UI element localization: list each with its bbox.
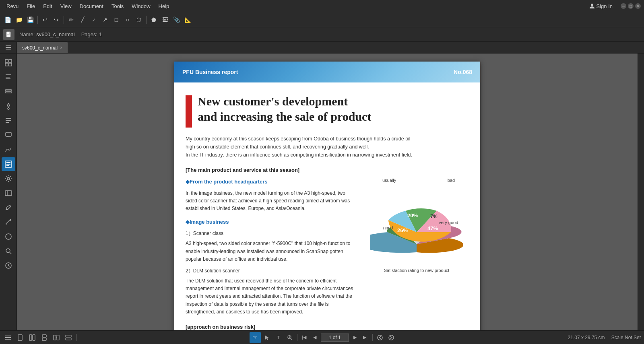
signatures-icon [5,146,12,153]
sidebar-btn-markups[interactable] [2,114,15,128]
sidebar-btn-search[interactable] [2,244,15,258]
minimize-button[interactable]: ─ [621,3,626,9]
select-tool-btn[interactable] [262,333,272,342]
compare-btn[interactable] [52,333,61,342]
label-usually: usually [382,178,396,183]
bookmarks-icon [5,74,12,81]
sub2-item2: 2）DLM solution scanner [186,267,356,275]
svg-rect-8 [9,60,12,62]
rect-tool[interactable]: □ [111,14,122,25]
ellipse-tool[interactable]: ○ [122,14,133,25]
continuous-btn[interactable] [39,333,49,342]
svg-rect-14 [6,90,11,91]
rewind-icon [377,335,383,340]
two-page-btn[interactable] [27,333,37,342]
line-tool[interactable]: ⟋ [89,14,99,25]
menu-window[interactable]: Window [128,2,153,10]
sidebar-btn-shape[interactable] [2,230,15,243]
open-tool[interactable]: 📁 [14,14,24,25]
search-icon [5,247,12,255]
rewind-btn[interactable] [375,333,385,342]
sidebar-btn-bookmarks[interactable] [2,70,15,84]
redo-tool[interactable]: ↪ [51,14,62,25]
svg-rect-19 [6,120,11,121]
sidebar-btn-comments[interactable] [2,128,15,142]
svg-marker-16 [7,103,10,107]
main-toolbar: 📄 📁 💾 ↩ ↪ ✏ ╱ ⟋ ↗ □ ○ ⬡ ⬟ 🖼 📎 📐 [0,12,644,27]
page-header-title: PFU Business report [182,69,238,75]
forward-btn[interactable] [386,333,396,342]
single-page-btn[interactable] [15,333,25,342]
page-navigation: ☞ T |◀ ◀ ▶ ▶| [80,332,566,343]
sidebar-btn-tool9[interactable] [2,186,15,200]
sidebar-btn-signatures[interactable] [2,143,15,157]
document-tab[interactable]: sv600_c_normal × [17,42,68,53]
next-page-btn[interactable]: ▶ [351,333,359,342]
split-icon [65,334,72,341]
svg-rect-40 [18,335,22,340]
tab-area: sv600_c_normal × [0,42,644,54]
subsection1-text: In the image business, the new model tur… [186,190,356,213]
sidebar-btn-settings[interactable] [2,172,15,185]
sidebar-toggle[interactable] [0,42,17,53]
svg-point-54 [378,335,382,340]
menu-tools[interactable]: Tools [108,2,127,10]
menu-file[interactable]: File [23,2,38,10]
split-btn[interactable] [64,333,73,342]
image-tool[interactable]: 🖼 [160,14,170,25]
save-tool[interactable]: 💾 [25,14,35,25]
first-page-btn[interactable]: |◀ [300,333,309,342]
pct-bad: 7% [430,214,438,219]
svg-rect-23 [6,162,10,163]
page-input[interactable] [321,334,349,342]
arrow-tool[interactable]: ↗ [100,14,110,25]
svg-rect-45 [54,335,56,340]
sign-in-button[interactable]: Sign In [586,2,616,10]
sidebar-btn-recent[interactable] [2,259,15,272]
pdf-page: PFU Business report No.068 New customer'… [174,62,480,330]
svg-rect-24 [6,164,10,165]
svg-point-32 [6,234,11,239]
poly-tool[interactable]: ⬡ [134,14,144,25]
svg-point-33 [6,249,10,253]
menu-edit[interactable]: Edit [40,2,55,10]
measure-tool[interactable]: 📐 [182,14,193,25]
menu-revu[interactable]: Revu [3,2,22,10]
prev-page-btn[interactable]: ◀ [310,333,319,342]
text-select-btn[interactable]: T [274,333,283,342]
file-icon-button[interactable] [3,29,14,40]
bottom-toolbar: ☞ T |◀ ◀ ▶ ▶| 21.07 x 29.75 cm Scale Not… [0,330,644,344]
svg-rect-25 [6,165,9,166]
attach-tool[interactable]: 📎 [171,14,182,25]
bottom-menu-btn[interactable] [3,333,13,342]
sidebar-btn-thumbnails[interactable] [2,56,15,70]
highlight-tool[interactable]: ╱ [77,14,88,25]
text-select-icon: T [277,335,280,340]
hand-tool-button[interactable]: ☞ [250,332,261,343]
sidebar-btn-annotate[interactable] [2,201,15,214]
chart-labels-top: usually bad [370,178,463,186]
menu-help[interactable]: Help [155,2,173,10]
sidebar-btn-forms[interactable] [2,157,15,171]
stamp-tool[interactable]: ⬟ [149,14,159,25]
svg-rect-27 [5,191,12,196]
svg-rect-18 [6,118,11,119]
zoom-btn[interactable] [285,333,295,342]
last-page-btn[interactable]: ▶| [361,333,370,342]
svg-rect-6 [6,49,11,49]
maximize-button[interactable]: □ [628,3,634,9]
sidebar-btn-measure[interactable] [2,215,15,229]
menu-document[interactable]: Document [76,2,107,10]
menu-bar: Revu File Edit View Document Tools Windo… [0,0,644,12]
file-name-group: Name: sv600_c_normal Pages: 1 [19,31,102,37]
undo-tool[interactable]: ↩ [40,14,50,25]
sidebar-btn-properties[interactable] [2,99,15,113]
close-button[interactable]: ✕ [635,3,641,9]
menu-view[interactable]: View [57,2,75,10]
new-tool[interactable]: 📄 [2,14,13,25]
pen-tool[interactable]: ✏ [66,14,76,25]
tab-close-button[interactable]: × [60,45,62,50]
sidebar-btn-layers[interactable] [2,85,15,99]
svg-rect-12 [6,77,10,78]
svg-rect-46 [57,335,59,340]
